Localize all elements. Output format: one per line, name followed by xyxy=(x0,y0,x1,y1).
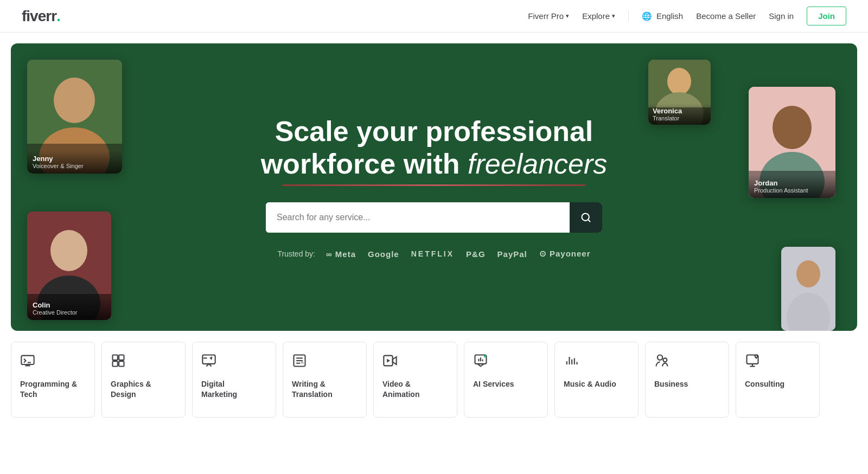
freelancer-name: Jordan xyxy=(754,179,830,187)
paypal-logo: PayPal xyxy=(497,249,527,259)
category-writing-translation[interactable]: AWriting &Translation xyxy=(283,342,367,418)
hero-title: Scale your professional workforce with f… xyxy=(261,116,608,181)
category-digital-marketing[interactable]: DigitalMarketing xyxy=(192,342,276,418)
category-label-ai-services: AI Services xyxy=(473,379,514,389)
svg-rect-29 xyxy=(202,355,215,364)
svg-point-43 xyxy=(484,355,487,358)
freelancer-role: Translator xyxy=(653,115,706,121)
svg-rect-28 xyxy=(119,361,124,366)
category-business[interactable]: Business xyxy=(645,342,729,418)
hero-section: Jenny Voiceover & Singer Veronica Transl… xyxy=(11,43,857,331)
trusted-label: Trusted by: xyxy=(277,249,315,258)
explore-nav[interactable]: Explore ▾ xyxy=(582,11,615,21)
category-label-music-audio: Music & Audio xyxy=(564,379,616,389)
search-bar xyxy=(266,202,602,233)
svg-text:A: A xyxy=(301,360,304,365)
svg-marker-38 xyxy=(387,359,390,363)
music-audio-icon xyxy=(564,353,579,370)
chevron-down-icon: ▾ xyxy=(612,12,615,20)
category-label-programming-tech: Programming &Tech xyxy=(20,379,77,400)
video-animation-icon xyxy=(382,353,398,370)
svg-point-1 xyxy=(54,78,95,123)
hero-underline xyxy=(282,184,586,186)
svg-line-20 xyxy=(588,220,590,222)
chevron-down-icon: ▾ xyxy=(566,12,569,20)
payoneer-logo: ⊙ Payoneer xyxy=(539,249,591,259)
category-music-audio[interactable]: Music & Audio xyxy=(554,342,639,418)
category-video-animation[interactable]: Video &Animation xyxy=(373,342,457,418)
freelancer-role: Voiceover & Singer xyxy=(33,163,117,169)
freelancer-name: Veronica xyxy=(653,107,706,115)
category-label-graphics-design: Graphics &Design xyxy=(111,379,151,400)
svg-rect-26 xyxy=(119,355,124,360)
category-label-digital-marketing: DigitalMarketing xyxy=(201,379,237,400)
become-seller-nav[interactable]: Become a Seller xyxy=(696,11,756,21)
category-consulting[interactable]: Consulting xyxy=(736,342,820,418)
trusted-row: Trusted by: ∞ Meta Google NETFLIX P&G Pa… xyxy=(261,249,608,259)
svg-point-5 xyxy=(667,68,691,95)
netflix-logo: NETFLIX xyxy=(411,249,454,258)
writing-translation-icon: A xyxy=(292,353,307,370)
business-icon xyxy=(654,353,669,370)
logo-text: fiverr xyxy=(22,8,56,25)
ai-services-icon xyxy=(473,353,488,370)
category-label-writing-translation: Writing &Translation xyxy=(292,379,333,400)
join-button[interactable]: Join xyxy=(807,7,846,25)
svg-point-9 xyxy=(773,106,812,149)
svg-rect-25 xyxy=(113,355,118,360)
freelancer-card-jordan[interactable]: Jordan Production Assistant xyxy=(749,87,835,198)
freelancer-card-veronica[interactable]: Veronica Translator xyxy=(648,60,711,125)
freelancer-name: Colin xyxy=(33,301,106,309)
sign-in-nav[interactable]: Sign in xyxy=(769,11,794,21)
google-logo: Google xyxy=(368,249,399,259)
category-ai-services[interactable]: AI Services xyxy=(464,342,548,418)
trusted-logos: ∞ Meta Google NETFLIX P&G PayPal ⊙ Payon… xyxy=(326,249,591,259)
category-label-video-animation: Video &Animation xyxy=(382,379,419,400)
graphics-design-icon xyxy=(111,353,126,370)
svg-point-17 xyxy=(796,260,820,287)
logo-dot: . xyxy=(56,8,60,25)
pg-logo: P&G xyxy=(466,249,486,259)
logo[interactable]: fiverr. xyxy=(22,8,60,25)
programming-tech-icon xyxy=(20,353,35,370)
freelancer-name: Jenny xyxy=(33,155,117,163)
categories-section: Programming &TechGraphics &DesignDigital… xyxy=(0,331,868,418)
main-nav: Fiverr Pro ▾ Explore ▾ 🌐 English Become … xyxy=(528,7,846,25)
fiverr-pro-nav[interactable]: Fiverr Pro ▾ xyxy=(528,11,569,21)
freelancer-card-woman-right[interactable] xyxy=(781,247,835,331)
globe-icon: 🌐 xyxy=(642,11,652,21)
freelancer-role: Creative Director xyxy=(33,309,106,316)
svg-marker-37 xyxy=(393,357,397,364)
category-programming-tech[interactable]: Programming &Tech xyxy=(11,342,95,418)
hero-content: Scale your professional workforce with f… xyxy=(250,116,618,259)
language-nav[interactable]: 🌐 English xyxy=(642,11,683,21)
category-label-business: Business xyxy=(654,379,688,389)
svg-rect-51 xyxy=(747,355,758,364)
header: fiverr. Fiverr Pro ▾ Explore ▾ 🌐 English… xyxy=(0,0,868,33)
svg-rect-27 xyxy=(113,361,118,366)
meta-logo: ∞ Meta xyxy=(326,249,356,259)
svg-point-50 xyxy=(663,358,667,362)
digital-marketing-icon xyxy=(201,353,216,370)
svg-point-49 xyxy=(658,355,662,360)
search-button[interactable] xyxy=(570,202,602,233)
freelancer-role: Production Assistant xyxy=(754,187,830,194)
svg-point-53 xyxy=(755,355,758,358)
category-label-consulting: Consulting xyxy=(745,379,784,389)
search-input[interactable] xyxy=(266,202,570,233)
category-graphics-design[interactable]: Graphics &Design xyxy=(101,342,186,418)
freelancer-card-jenny[interactable]: Jenny Voiceover & Singer xyxy=(27,60,122,174)
freelancer-card-colin[interactable]: Colin Creative Director xyxy=(27,212,111,320)
divider xyxy=(628,11,629,22)
svg-point-13 xyxy=(50,230,87,271)
consulting-icon xyxy=(745,353,760,370)
